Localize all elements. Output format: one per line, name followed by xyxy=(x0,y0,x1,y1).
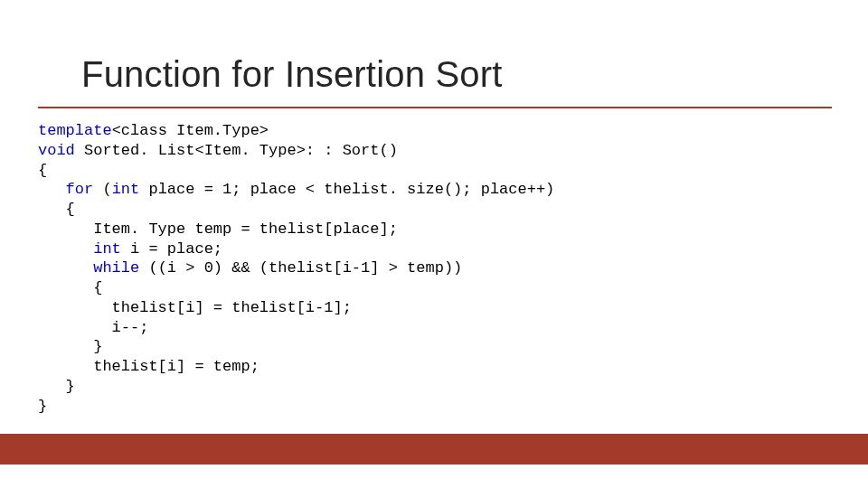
code-text: ( xyxy=(93,181,111,198)
code-text: <class Item.Type> xyxy=(112,122,269,139)
code-block: template<class Item.Type> void Sorted. L… xyxy=(38,121,554,416)
code-text: Item. Type temp = thelist[place]; xyxy=(38,221,398,238)
footer-bar xyxy=(0,434,868,465)
title-underline xyxy=(38,107,832,108)
kw-void: void xyxy=(38,142,75,159)
code-text: } xyxy=(38,378,75,395)
kw-for: for xyxy=(66,181,94,198)
kw-int: int xyxy=(112,181,140,198)
code-text: thelist[i] = temp; xyxy=(38,358,259,375)
slide-title: Function for Insertion Sort xyxy=(81,54,503,95)
kw-while: while xyxy=(93,259,139,277)
code-text: } xyxy=(38,398,47,415)
code-text: i--; xyxy=(38,319,148,336)
code-text: { xyxy=(38,162,47,179)
code-text: ((i > 0) && (thelist[i-1] > temp)) xyxy=(139,259,462,277)
code-text: thelist[i] = thelist[i-1]; xyxy=(38,299,352,316)
code-text: Sorted. List<Item. Type>: : Sort() xyxy=(75,142,398,159)
code-text: { xyxy=(38,279,102,296)
code-text: { xyxy=(38,201,75,218)
slide: Function for Insertion Sort template<cla… xyxy=(0,0,868,488)
kw-int: int xyxy=(93,240,121,258)
code-text: } xyxy=(38,338,102,355)
code-text: place = 1; place < thelist. size(); plac… xyxy=(139,181,554,198)
kw-template: template xyxy=(38,122,112,139)
code-text: i = place; xyxy=(121,240,222,258)
